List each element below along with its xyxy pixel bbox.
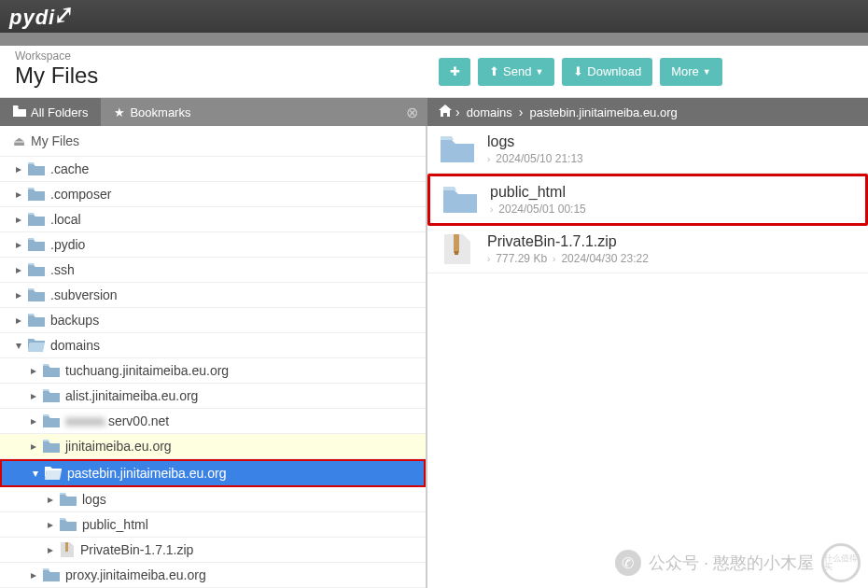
titlebar: pydi⤢ [0,0,868,33]
chevron-right-icon: › [455,105,460,119]
tree-node[interactable]: ▸.cache [0,157,426,182]
drive-icon: ⏏ [13,133,25,148]
tree-root-label: My Files [31,133,79,148]
chevron-right-icon: ▸ [45,518,56,531]
tree-label: domains [50,338,100,353]
tree-node-domains[interactable]: ▾domains [0,333,426,358]
tree-node[interactable]: ▸proxy.jinitaimeiba.eu.org [0,563,426,588]
chevron-down-icon: ▾ [30,467,41,480]
chevron-right-icon: ▸ [13,314,24,327]
chevron-right-icon: › [519,105,524,119]
svg-rect-0 [455,251,458,255]
tab-bookmarks[interactable]: ★ Bookmarks [101,98,203,126]
folder-icon [43,414,60,427]
folder-icon [28,238,45,251]
file-row-zip[interactable]: PrivateBin-1.7.1.zip ›777.29 Kb›2024/04/… [427,226,868,273]
file-name: public_html [490,184,852,201]
tree-node[interactable]: ▸tuchuang.jinitaimeiba.eu.org [0,358,426,384]
tree-label: serv00.net [108,413,169,428]
workspace-label: Workspace [15,49,414,63]
tree-label: public_html [82,517,148,532]
more-label: More [671,64,699,78]
chevron-right-icon: ▸ [45,543,56,556]
chevron-right-icon: ▸ [13,288,24,301]
tree-node[interactable]: ▸.pydio [0,232,426,258]
chevron-right-icon: › [487,254,490,264]
tree-label: .subversion [50,287,118,302]
main-toolbar: ✚ ⬆ Send ▼ ⬇ Download More ▼ [429,46,868,97]
file-date: 2024/05/10 21:13 [496,152,582,165]
breadcrumb-segment[interactable]: pastebin.jinitaimeiba.eu.org [526,105,679,119]
chevron-down-icon: ▾ [13,339,24,352]
chevron-right-icon: › [487,154,490,164]
tree-node[interactable]: ▸xxxxxx.serv00.net [0,409,426,434]
file-row-folder[interactable]: logs ›2024/05/10 21:13 [427,126,868,174]
star-icon: ★ [114,105,125,119]
tree-label: alist.jinitaimeiba.eu.org [65,388,198,403]
chevron-right-icon: ▸ [13,263,24,276]
folder-icon [43,389,60,402]
chevron-right-icon: ▸ [28,414,39,427]
tree-label: jinitaimeiba.eu.org [65,439,172,454]
folder-icon [443,186,477,214]
tree-node[interactable]: ▸.subversion [0,283,426,308]
more-button[interactable]: More ▼ [660,58,722,86]
tree-node[interactable]: ▸public_html [0,512,426,538]
tree-node[interactable]: ▸.composer [0,182,426,207]
chevron-right-icon: ▸ [13,213,24,226]
chevron-right-icon: ▸ [13,238,24,251]
file-name: PrivateBin-1.7.1.zip [487,233,855,250]
folder-icon [28,162,45,175]
main-area: ⏏ My Files ▸.cache ▸.composer ▸.local ▸.… [0,126,868,588]
zip-file-icon [60,542,75,557]
tab-label: All Folders [31,105,88,119]
folder-icon [441,135,474,163]
tree-node[interactable]: ▸logs [0,487,426,512]
file-name: logs [487,133,855,150]
breadcrumb: › domains › pastebin.jinitaimeiba.eu.org [427,98,868,126]
chevron-down-icon: ▼ [703,67,711,77]
chevron-right-icon: ▸ [45,493,56,506]
tree-node[interactable]: ▸backups [0,308,426,333]
folder-open-icon [45,467,62,480]
add-button[interactable]: ✚ [439,58,470,86]
tree-node[interactable]: ▸jinitaimeiba.eu.org [0,434,426,459]
tab-label: Bookmarks [130,105,190,119]
tree-node-selected[interactable]: ▾pastebin.jinitaimeiba.eu.org [0,459,426,487]
download-icon: ⬇ [573,64,583,78]
home-icon[interactable] [439,105,452,119]
folder-icon [28,188,45,201]
tab-all-folders[interactable]: All Folders [0,98,101,126]
chevron-right-icon: ▸ [28,389,39,402]
tree-label: tuchuang.jinitaimeiba.eu.org [65,363,229,378]
folder-icon [43,440,60,453]
folder-open-icon [28,339,45,352]
tree-label-blurred: xxxxxx. [65,413,108,428]
download-button[interactable]: ⬇ Download [562,58,652,86]
breadcrumb-segment[interactable]: domains [464,105,515,119]
tree-node[interactable]: ▸.ssh [0,258,426,283]
folder-icon [28,314,45,327]
send-button[interactable]: ⬆ Send ▼ [478,58,554,86]
logo-swoosh-icon: ⤢ [51,0,76,29]
folder-icon [28,263,45,276]
tree-node[interactable]: ▸PrivateBin-1.7.1.zip [0,538,426,563]
tree-node[interactable]: ▸.local [0,207,426,232]
chevron-right-icon: ▸ [28,440,39,453]
tree-label: backups [50,313,99,328]
subnav-bar [0,33,868,46]
tree-node[interactable]: ▸alist.jinitaimeiba.eu.org [0,384,426,409]
chevron-right-icon: ▸ [28,568,39,581]
workspace-title: My Files [15,63,414,89]
folder-icon [28,288,45,301]
file-size: 777.29 Kb [496,252,547,265]
close-icon[interactable]: ⊗ [406,104,418,121]
tree-root[interactable]: ⏏ My Files [0,126,426,157]
folder-icon [43,568,60,581]
watermark: ✆ 公众号 · 憨憨的小木屋 什么值得买 [615,543,861,582]
tree-label: .cache [50,161,89,176]
plus-icon: ✚ [450,64,460,78]
folder-icon [43,364,60,377]
file-row-folder-highlighted[interactable]: public_html ›2024/05/01 00:15 [427,174,868,226]
file-date: 2024/04/30 23:22 [561,252,648,265]
